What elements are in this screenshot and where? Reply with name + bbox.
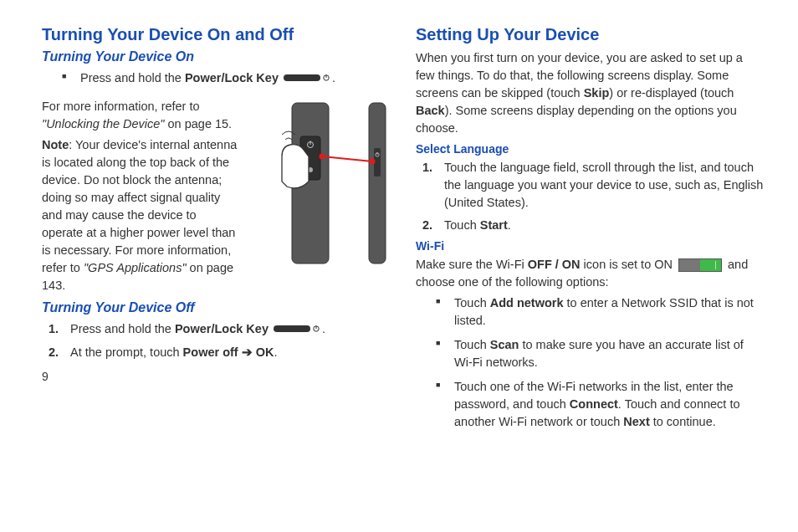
turn-off-step-1: Press and hold the Power/Lock Key . xyxy=(62,320,391,339)
ref-unlocking: "Unlocking the Device" xyxy=(42,117,165,130)
setup-intro: When you first turn on your device, you … xyxy=(416,49,765,137)
heading-setting-up: Setting Up Your Device xyxy=(416,25,765,44)
wifi-option-scan: Touch Scan to make sure you have an accu… xyxy=(436,336,765,371)
language-steps: Touch the language field, scroll through… xyxy=(416,159,765,234)
arrow-icon: ➔ xyxy=(238,345,256,359)
next-label: Next xyxy=(623,415,649,428)
subheading-select-language: Select Language xyxy=(416,142,765,156)
turn-on-steps: Press and hold the Power/Lock Key . xyxy=(42,69,391,88)
text: ) or re-displayed (touch xyxy=(609,86,734,100)
turn-off-step-2: At the prompt, touch Power off ➔ OK. xyxy=(62,344,391,361)
svg-rect-3 xyxy=(369,103,386,263)
power-key-icon xyxy=(284,70,330,88)
note-body: : Your device's internal antenna is loca… xyxy=(42,138,237,274)
power-off-label: Power off xyxy=(183,345,238,359)
power-lock-key-label: Power/Lock Key xyxy=(185,71,279,84)
wifi-option-connect: Touch one of the Wi-Fi networks in the l… xyxy=(436,378,765,431)
text: . xyxy=(508,218,511,232)
language-step-1: Touch the language field, scroll through… xyxy=(436,159,765,212)
period: . xyxy=(332,71,335,84)
text: For more information, refer to xyxy=(42,100,200,113)
text: . xyxy=(274,345,277,359)
note-label: Note xyxy=(42,138,69,151)
text: Press and hold the xyxy=(80,71,185,84)
text: on page 15. xyxy=(165,117,233,130)
wifi-options: Touch Add network to enter a Network SSI… xyxy=(416,294,765,431)
power-lock-key-label: Power/Lock Key xyxy=(175,322,269,335)
ref-gps: "GPS Applications" xyxy=(84,261,187,274)
text: icon is set to ON xyxy=(581,258,676,271)
start-label: Start xyxy=(480,218,508,232)
subheading-turning-off: Turning Your Device Off xyxy=(42,300,391,315)
text: ). Some screens display depending on the… xyxy=(416,104,737,135)
wifi-on-switch-icon xyxy=(678,258,722,272)
turn-on-step: Press and hold the Power/Lock Key . xyxy=(62,69,391,88)
right-column: Setting Up Your Device When you first tu… xyxy=(416,25,765,515)
skip-label: Skip xyxy=(584,86,610,100)
page-number: 9 xyxy=(42,370,391,383)
heading-turning-on-off: Turning Your Device On and Off xyxy=(42,25,391,44)
left-column: Turning Your Device On and Off Turning Y… xyxy=(42,25,391,515)
period: . xyxy=(322,322,325,335)
add-network-label: Add network xyxy=(490,296,564,309)
manual-page: Turning Your Device On and Off Turning Y… xyxy=(0,0,798,532)
svg-line-13 xyxy=(322,156,372,161)
text: Press and hold the xyxy=(70,322,175,335)
device-power-figure xyxy=(248,98,391,265)
text: Touch xyxy=(444,218,480,232)
subheading-wifi: Wi-Fi xyxy=(416,239,765,253)
subheading-turning-on: Turning Your Device On xyxy=(42,49,391,64)
svg-rect-0 xyxy=(284,74,320,81)
connect-label: Connect xyxy=(570,397,618,411)
text: Touch xyxy=(454,338,490,351)
text: Touch xyxy=(454,296,490,309)
turn-off-steps: Press and hold the Power/Lock Key . At t… xyxy=(42,320,391,361)
info-and-figure-wrap: For more information, refer to "Unlockin… xyxy=(42,95,391,297)
svg-rect-15 xyxy=(274,325,310,332)
back-label: Back xyxy=(416,104,445,117)
svg-point-14 xyxy=(370,158,376,164)
text: to continue. xyxy=(650,415,716,428)
wifi-option-add-network: Touch Add network to enter a Network SSI… xyxy=(436,294,765,330)
text: At the prompt, touch xyxy=(70,345,183,359)
language-step-2: Touch Start. xyxy=(436,217,765,234)
power-key-icon xyxy=(274,321,320,339)
text: Make sure the Wi-Fi xyxy=(416,258,528,271)
scan-label: Scan xyxy=(490,338,519,351)
ok-label: OK xyxy=(256,345,274,359)
wifi-intro: Make sure the Wi-Fi OFF / ON icon is set… xyxy=(416,256,765,291)
off-on-label: OFF / ON xyxy=(528,258,581,271)
